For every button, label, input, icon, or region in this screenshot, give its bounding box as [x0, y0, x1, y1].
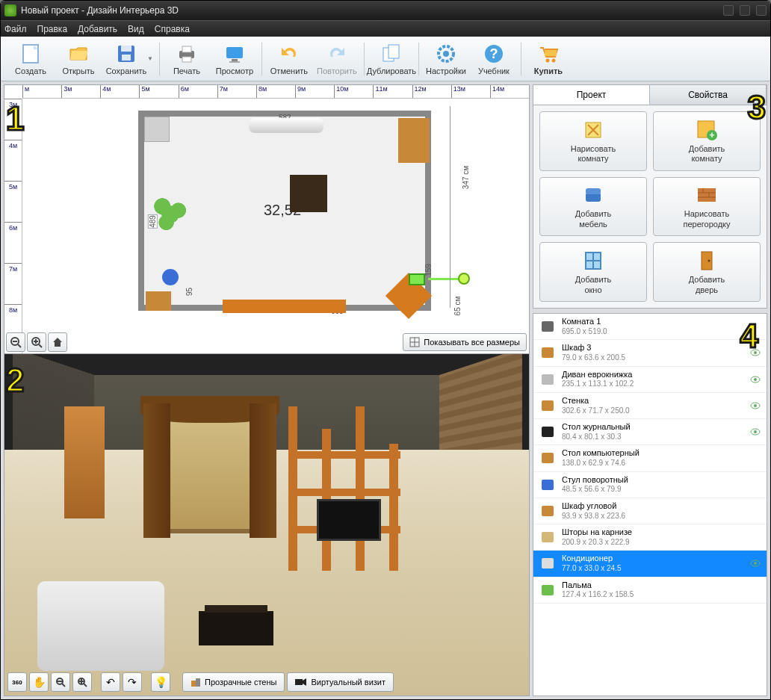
furn-desk2-icon[interactable]	[146, 291, 171, 311]
rotate-360-button[interactable]: 360	[7, 672, 27, 692]
list-item[interactable]: Стол журнальный80.4 x 80.1 x 30.3	[533, 419, 767, 445]
list-item[interactable]: Шкаф угловой93.9 x 93.8 x 223.6	[533, 498, 767, 524]
visibility-icon[interactable]	[750, 428, 761, 436]
object-dims: 235.1 x 113.1 x 102.2	[562, 380, 634, 389]
room-outline[interactable]: 32,52 582 154 489 665 159 95	[138, 111, 431, 311]
visibility-icon[interactable]	[750, 376, 761, 383]
object-icon	[538, 475, 557, 495]
selected-object-marker[interactable]	[409, 273, 425, 285]
app-icon	[4, 4, 16, 16]
zoom-out-button[interactable]	[6, 332, 25, 352]
tutorial-button[interactable]: ?Учебник	[470, 39, 518, 79]
virtual-visit-button[interactable]: Виртуальный визит	[287, 672, 394, 692]
toolbar: Создать Открыть Сохранить ▼ Печать Просм…	[1, 37, 770, 81]
right-pane: 3 4 Проект Свойства Нарисоватькомнату +Д…	[533, 84, 767, 696]
buy-button[interactable]: Купить	[524, 39, 572, 79]
ruler-horizontal: м3м4м5м6м7м8м9м10м11м12м13м14м	[22, 85, 529, 99]
add-window-button[interactable]: Добавитьокно	[539, 242, 647, 302]
furn-plant-icon[interactable]	[150, 194, 191, 235]
svg-rect-53	[702, 252, 712, 270]
object-icon	[538, 343, 557, 362]
rotate-right-button[interactable]: ↷	[123, 672, 142, 692]
save-button[interactable]: Сохранить	[102, 39, 150, 79]
maximize-button[interactable]	[740, 5, 750, 16]
svg-point-74	[754, 562, 757, 565]
settings-button[interactable]: Настройки	[422, 39, 470, 79]
close-button[interactable]	[756, 5, 767, 16]
floorplan-area[interactable]: м3м4м5м6м7м8м9м10м11м12м13м14м 3м4м5м6м7…	[4, 85, 529, 354]
menu-help[interactable]: Справка	[155, 24, 190, 34]
object-name: Стенка	[562, 396, 630, 406]
svg-rect-65	[542, 427, 554, 437]
object-icon	[538, 580, 557, 600]
add-furniture-button[interactable]: Добавитьмебель	[539, 177, 647, 237]
object-list[interactable]: Комната 1695.0 x 519.0 Шкаф 379.0 x 63.6…	[533, 313, 767, 696]
object-icon	[538, 448, 557, 468]
list-item[interactable]: Стол компьютерный138.0 x 62.9 x 74.6	[533, 445, 767, 471]
show-dimensions-button[interactable]: Показывать все размеры	[403, 333, 527, 351]
redo-button[interactable]: Повторить	[313, 39, 361, 79]
floorplan-canvas[interactable]: 32,52 582 154 489 665 159 95	[22, 99, 529, 332]
rotate-left-button[interactable]: ↶	[101, 672, 120, 692]
duplicate-button[interactable]: Дублировать	[368, 39, 415, 79]
svg-rect-37	[196, 678, 200, 687]
object-icon	[538, 396, 557, 415]
light-button[interactable]: 💡	[151, 672, 170, 692]
add-room-button[interactable]: +Добавитькомнату	[653, 111, 761, 171]
svg-point-17	[551, 58, 555, 62]
camera-icon	[295, 678, 307, 687]
preview-button[interactable]: Просмотр	[211, 39, 258, 79]
v3-zoom-in-button[interactable]	[72, 672, 92, 692]
list-item[interactable]: Шторы на карнизе200.9 x 20.3 x 222.9	[533, 524, 767, 551]
undo-button[interactable]: Отменить	[265, 39, 313, 79]
list-item[interactable]: Стул поворотный48.5 x 56.6 x 79.9	[533, 472, 767, 498]
furn-chair-icon[interactable]	[162, 269, 179, 285]
create-button[interactable]: Создать	[7, 39, 55, 79]
furn-sofa-top-icon[interactable]	[249, 118, 323, 133]
dim-347: 347 см	[462, 166, 470, 189]
annotation-3: 3	[748, 89, 766, 126]
svg-rect-75	[542, 585, 554, 595]
list-item[interactable]: Стенка302.6 x 71.7 x 250.0	[533, 393, 767, 419]
svg-rect-38	[295, 679, 303, 685]
furn-desk-icon[interactable]	[398, 118, 430, 163]
object-icon	[538, 317, 557, 336]
menubar: Файл Правка Добавить Вид Справка	[1, 20, 770, 37]
view3d-area[interactable]: 360 ✋ ↶ ↷ 💡 Прозрачные стены	[4, 354, 529, 696]
object-name: Шторы на карнизе	[562, 527, 632, 538]
furn-sofa-icon[interactable]	[223, 300, 346, 313]
minimize-button[interactable]	[723, 5, 734, 16]
menu-edit[interactable]: Правка	[37, 24, 68, 34]
transparent-walls-button[interactable]: Прозрачные стены	[182, 672, 285, 692]
menu-add[interactable]: Добавить	[78, 24, 117, 34]
svg-point-67	[754, 430, 757, 433]
object-icon	[538, 501, 557, 521]
visibility-icon[interactable]	[750, 560, 761, 567]
furn-table-icon[interactable]	[290, 175, 327, 212]
visibility-icon[interactable]	[750, 402, 761, 409]
object-dims: 200.9 x 20.3 x 222.9	[562, 538, 632, 548]
menu-file[interactable]: Файл	[4, 24, 27, 34]
svg-rect-2	[121, 46, 131, 52]
save-dropdown[interactable]: ▼	[147, 55, 153, 62]
home-button[interactable]	[48, 332, 67, 352]
rotate-handle-icon[interactable]	[458, 273, 470, 285]
list-item[interactable]: Кондиционер77.0 x 33.0 x 24.5	[533, 551, 767, 577]
tab-project[interactable]: Проект	[533, 85, 650, 105]
open-button[interactable]: Открыть	[55, 39, 102, 79]
draw-room-button[interactable]: Нарисоватькомнату	[539, 111, 647, 171]
zoom-in-button[interactable]	[27, 332, 46, 352]
object-dims: 48.5 x 56.6 x 79.9	[562, 485, 628, 495]
draw-partition-button[interactable]: Нарисоватьперегородку	[653, 177, 761, 237]
list-item[interactable]: Диван еврокнижка235.1 x 113.1 x 102.2	[533, 367, 767, 393]
v3-zoom-out-button[interactable]	[51, 672, 70, 692]
print-button[interactable]: Печать	[163, 39, 211, 79]
pan-button[interactable]: ✋	[29, 672, 49, 692]
object-name: Стол журнальный	[562, 422, 631, 433]
list-item[interactable]: Пальма127.4 x 116.2 x 158.5	[533, 577, 767, 604]
add-door-button[interactable]: Добавитьдверь	[653, 242, 761, 302]
list-item[interactable]: Шкаф 379.0 x 63.6 x 200.5	[533, 340, 767, 366]
menu-view[interactable]: Вид	[128, 24, 144, 34]
furn-cupboard-icon[interactable]	[144, 117, 170, 142]
list-item[interactable]: Комната 1695.0 x 519.0	[533, 314, 767, 340]
